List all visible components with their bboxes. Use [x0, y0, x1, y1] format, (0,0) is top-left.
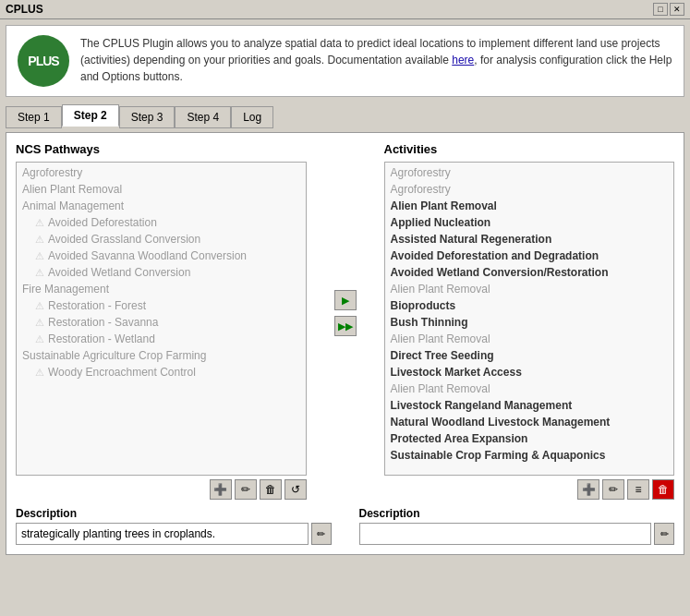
list-item[interactable]: Protected Area Expansion	[385, 430, 674, 447]
activities-title: Activities	[384, 142, 675, 156]
list-item[interactable]: Alien Plant Removal	[385, 198, 674, 214]
list-item[interactable]: Fire Management	[17, 281, 306, 297]
tab-bar: Step 1 Step 2 Step 3 Step 4 Log	[6, 104, 684, 127]
list-item[interactable]: Livestock Market Access	[385, 364, 674, 380]
list-item[interactable]: Restoration - Wetland	[17, 331, 306, 347]
tab-step2[interactable]: Step 2	[62, 104, 119, 127]
list-item[interactable]: Assisted Natural Regeneration	[385, 231, 674, 248]
list-item[interactable]: Alien Plant Removal	[385, 380, 674, 397]
left-desc-input-wrap: ✏	[16, 523, 332, 545]
list-item[interactable]: Woody Encroachment Control	[17, 364, 306, 380]
list-item[interactable]: Natural Woodland Livestock Management	[385, 414, 674, 430]
tab-log[interactable]: Log	[231, 106, 273, 128]
list-item[interactable]: Sustainable Crop Farming & Aquaponics	[385, 447, 674, 464]
ncs-add-button[interactable]: ➕	[210, 479, 232, 500]
list-item[interactable]: Livestock Rangeland Management	[385, 397, 674, 414]
docs-link[interactable]: here	[452, 54, 474, 66]
window-controls: □ ✕	[653, 3, 684, 16]
tab-step1[interactable]: Step 1	[6, 106, 62, 128]
activities-delete-button[interactable]: 🗑	[652, 479, 674, 500]
add-arrow-button[interactable]: ▶	[334, 290, 357, 310]
maximize-button[interactable]: □	[653, 3, 668, 16]
close-button[interactable]: ✕	[670, 3, 684, 16]
activities-add-button[interactable]: ➕	[577, 479, 599, 500]
left-desc-edit-button[interactable]: ✏	[311, 523, 332, 545]
window-title: CPLUS	[6, 3, 43, 16]
info-box: PLUS The CPLUS Plugin allows you to anal…	[6, 25, 684, 97]
title-bar: CPLUS □ ✕	[0, 0, 690, 19]
tab-step4[interactable]: Step 4	[175, 106, 231, 128]
ncs-toolbar: ➕ ✏ 🗑 ↺	[16, 479, 307, 500]
logo: PLUS	[18, 35, 69, 87]
list-item[interactable]: Direct Tree Seeding	[385, 347, 674, 364]
step2-panel: NCS Pathways Agroforestry Alien Plant Re…	[6, 132, 684, 555]
list-item[interactable]: Alien Plant Removal	[385, 331, 674, 347]
list-item[interactable]: Agroforestry	[17, 164, 306, 181]
list-item[interactable]: Animal Management	[17, 198, 306, 214]
ncs-delete-button[interactable]: 🗑	[260, 479, 282, 500]
list-item[interactable]: Bush Thinning	[385, 314, 674, 331]
arrow-panel: ▶ ▶▶	[334, 142, 357, 336]
list-item[interactable]: Alien Plant Removal	[385, 281, 674, 297]
window-body: PLUS The CPLUS Plugin allows you to anal…	[0, 19, 690, 561]
activities-toolbar: ➕ ✏ ≡ 🗑	[384, 479, 675, 500]
activities-list-button[interactable]: ≡	[627, 479, 649, 500]
add-all-arrow-button[interactable]: ▶▶	[334, 316, 357, 336]
right-desc-input[interactable]	[359, 523, 652, 545]
list-item[interactable]: Avoided Savanna Woodland Conversion	[17, 248, 306, 264]
ncs-refresh-button[interactable]: ↺	[284, 479, 307, 500]
activities-column: Activities Agroforestry Agroforestry Ali…	[384, 142, 675, 500]
activities-list[interactable]: Agroforestry Agroforestry Alien Plant Re…	[384, 162, 675, 476]
list-item[interactable]: Avoided Deforestation and Degradation	[385, 248, 674, 264]
list-item[interactable]: Bioproducts	[385, 297, 674, 314]
right-description: Description ✏	[359, 507, 675, 545]
ncs-edit-button[interactable]: ✏	[235, 479, 257, 500]
right-desc-label: Description	[359, 507, 675, 520]
left-desc-input[interactable]	[16, 523, 309, 545]
list-item[interactable]: Restoration - Forest	[17, 297, 306, 314]
list-item[interactable]: Agroforestry	[385, 181, 674, 198]
list-item[interactable]: Applied Nucleation	[385, 214, 674, 231]
info-text: The CPLUS Plugin allows you to analyze s…	[80, 35, 672, 85]
list-item[interactable]: Restoration - Savanna	[17, 314, 306, 331]
left-description: Description ✏	[16, 507, 332, 545]
list-item[interactable]: Agroforestry	[385, 164, 674, 181]
list-item[interactable]: Avoided Wetland Conversion	[17, 264, 306, 281]
list-item[interactable]: Sustainable Agriculture Crop Farming	[17, 347, 306, 364]
ncs-list[interactable]: Agroforestry Alien Plant Removal Animal …	[16, 162, 307, 476]
list-item[interactable]: Avoided Grassland Conversion	[17, 231, 306, 248]
description-row: Description ✏ Description ✏	[16, 507, 674, 545]
right-desc-edit-button[interactable]: ✏	[654, 523, 674, 545]
list-item[interactable]: Alien Plant Removal	[17, 181, 306, 198]
left-desc-label: Description	[16, 507, 332, 520]
list-item[interactable]: Avoided Wetland Conversion/Restoration	[385, 264, 674, 281]
ncs-column: NCS Pathways Agroforestry Alien Plant Re…	[16, 142, 307, 500]
activities-edit-button[interactable]: ✏	[602, 479, 624, 500]
ncs-title: NCS Pathways	[16, 142, 307, 156]
right-desc-input-wrap: ✏	[359, 523, 675, 545]
tab-step3[interactable]: Step 3	[119, 106, 176, 128]
list-item[interactable]: Avoided Deforestation	[17, 214, 306, 231]
two-column-layout: NCS Pathways Agroforestry Alien Plant Re…	[16, 142, 674, 500]
